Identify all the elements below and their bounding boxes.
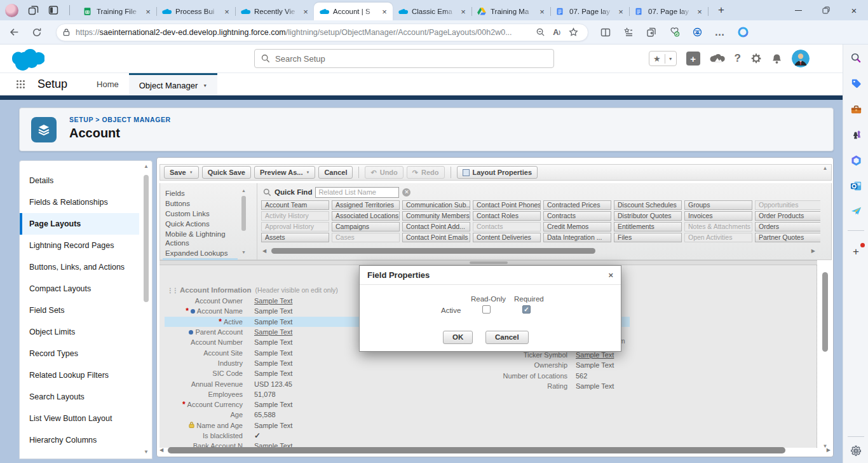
layout-properties-button[interactable]: Layout Properties — [457, 166, 538, 179]
favorites-star-button[interactable]: ★▼ — [649, 51, 677, 66]
minimize-icon[interactable] — [784, 0, 812, 20]
palette-item[interactable]: Data Integration ... — [543, 233, 611, 242]
sidebar-item-search-layouts[interactable]: Search Layouts — [20, 386, 139, 408]
palette-item[interactable]: Contact Point Add... — [402, 222, 470, 232]
ie-mode-icon[interactable]: e — [688, 24, 707, 41]
layout-field-row[interactable]: *Account CurrencySample Text — [165, 399, 630, 410]
favorites-dropdown-icon[interactable]: ▼ — [665, 57, 676, 61]
scroll-up-icon[interactable]: ▲ — [142, 163, 150, 169]
palette-category-mobile-lightning-actions[interactable]: Mobile & Lightning Actions — [163, 229, 238, 248]
restore-icon[interactable] — [812, 0, 840, 20]
tab-close-icon[interactable]: × — [380, 7, 389, 17]
palette-item[interactable]: Content Deliveries — [473, 233, 541, 242]
palette-item[interactable]: Account Team — [261, 200, 329, 210]
sidebar-item-lightning-record-pages[interactable]: Lightning Record Pages — [20, 235, 139, 256]
ok-button[interactable]: OK — [443, 331, 473, 344]
sidebar-games-icon[interactable] — [849, 128, 863, 142]
layout-field-row[interactable]: Age65,588 — [165, 410, 630, 420]
palette-item[interactable]: Distributor Quotes — [614, 211, 682, 221]
sidebar-tools-icon[interactable] — [849, 102, 863, 116]
user-avatar[interactable] — [792, 50, 810, 67]
cancel-button[interactable]: Cancel — [485, 331, 529, 344]
scroll-down-icon[interactable]: ▼ — [240, 250, 247, 254]
layout-field-row[interactable]: Number of Locations562 — [447, 371, 614, 381]
palette-hscrollbar[interactable]: ◀ ▶ — [262, 247, 815, 256]
palette-item[interactable]: Order Products — [755, 211, 820, 221]
new-tab-button[interactable]: + — [713, 2, 729, 18]
sidebar-designer-icon[interactable] — [849, 204, 863, 218]
scrollbar-thumb[interactable] — [822, 272, 828, 352]
palette-category-buttons[interactable]: Buttons — [163, 198, 238, 209]
palette-item[interactable]: Contracts — [543, 211, 611, 221]
sidebar-item-page-layouts[interactable]: Page Layouts — [20, 213, 139, 235]
editor-vscrollbar[interactable]: ▲ ▼ — [821, 165, 829, 449]
browser-tab[interactable]: Recently Vie× — [235, 3, 314, 20]
browser-tab[interactable]: Training Ma× — [471, 3, 550, 20]
palette-item[interactable]: Contact Point Phones — [473, 200, 541, 210]
browser-tab[interactable]: 07. Page lay× — [550, 3, 629, 20]
setup-search-box[interactable] — [254, 49, 554, 68]
scroll-left-icon[interactable]: ◀ — [159, 447, 163, 453]
clear-icon[interactable]: ✕ — [402, 188, 410, 197]
scroll-left-icon[interactable]: ◀ — [262, 248, 266, 254]
tab-close-icon[interactable]: × — [301, 7, 310, 17]
url-text[interactable]: https://saeinternational2-dev-ed.develop… — [76, 28, 532, 37]
lock-icon[interactable] — [63, 28, 70, 36]
browser-tab[interactable]: 07. Page lay× — [629, 3, 708, 20]
quick-find-input[interactable] — [315, 187, 399, 198]
tab-close-icon[interactable]: × — [538, 7, 546, 17]
browser-tab[interactable]: Classic Ema× — [393, 3, 471, 20]
trailhead-help-icon[interactable] — [710, 53, 725, 64]
palette-item[interactable]: Campaigns — [332, 222, 400, 232]
save-button[interactable]: Save▼ — [164, 166, 199, 179]
tab-close-icon[interactable]: × — [144, 7, 153, 17]
layout-field-row[interactable]: Name and AgeSample Text — [165, 420, 630, 431]
palette-item[interactable]: Files — [614, 233, 682, 242]
sidebar-shopping-icon[interactable] — [849, 76, 863, 90]
palette-category-scrollbar[interactable]: ▲ ▼ — [240, 188, 247, 254]
sidebar-scrollbar[interactable]: ▲ ▼ — [142, 163, 150, 455]
scrollbar-thumb[interactable] — [271, 248, 595, 254]
palette-item[interactable]: Communication Sub... — [402, 200, 470, 210]
favorite-star-icon[interactable] — [565, 25, 581, 40]
sidebar-outlook-icon[interactable] — [849, 179, 863, 193]
add-tab-collection-icon[interactable] — [642, 24, 661, 41]
palette-category-expanded-lookups[interactable]: Expanded Lookups — [163, 248, 238, 258]
palette-item[interactable]: Community Members — [402, 211, 470, 221]
sidebar-item-record-types[interactable]: Record Types — [20, 343, 139, 364]
close-window-icon[interactable]: × — [840, 0, 868, 20]
redo-button[interactable]: ↷Redo — [407, 166, 445, 179]
undo-button[interactable]: ↶Undo — [365, 166, 403, 179]
more-options-icon[interactable]: … — [710, 24, 729, 41]
layout-field-row[interactable]: Is blacklisted✓ — [165, 431, 630, 441]
tab-close-icon[interactable]: × — [222, 7, 231, 17]
refresh-icon[interactable] — [28, 24, 46, 41]
scroll-down-icon[interactable]: ▼ — [142, 449, 150, 455]
sidebar-item-object-limits[interactable]: Object Limits — [20, 321, 139, 343]
copilot-icon[interactable] — [733, 24, 752, 41]
palette-item[interactable]: Invoices — [684, 211, 752, 221]
layout-field-row[interactable]: RatingSample Text — [447, 381, 614, 391]
browser-essentials-icon[interactable] — [665, 24, 684, 41]
zoom-icon[interactable] — [532, 25, 548, 40]
vertical-tabs-icon[interactable] — [48, 4, 59, 16]
readonly-checkbox[interactable] — [482, 305, 491, 314]
scroll-up-icon[interactable]: ▲ — [240, 188, 247, 193]
palette-resize-handle[interactable] — [159, 260, 817, 265]
palette-item[interactable]: Associated Locations — [332, 211, 400, 221]
palette-category-custom-links[interactable]: Custom Links — [163, 209, 238, 219]
sidebar-microsoft-365-icon[interactable] — [849, 153, 863, 167]
palette-category-quick-actions[interactable]: Quick Actions — [163, 219, 238, 229]
address-bar[interactable]: https://saeinternational2-dev-ed.develop… — [56, 24, 588, 41]
layout-field-row[interactable]: OwnershipSample Text — [447, 360, 614, 370]
palette-item[interactable]: Contact Roles — [473, 211, 541, 221]
browser-tab[interactable]: Account | S× — [314, 3, 393, 20]
tab-close-icon[interactable]: × — [695, 7, 704, 17]
sidebar-item-compact-layouts[interactable]: Compact Layouts — [20, 278, 139, 300]
breadcrumb[interactable]: SETUP > OBJECT MANAGER — [69, 116, 171, 123]
dialog-header[interactable]: Field Properties × — [360, 266, 621, 285]
read-aloud-icon[interactable]: A) — [548, 25, 565, 40]
app-launcher-icon[interactable] — [17, 80, 25, 88]
scrollbar-thumb[interactable] — [168, 447, 785, 453]
drag-handle-icon[interactable]: ⋮⋮ — [167, 287, 177, 294]
